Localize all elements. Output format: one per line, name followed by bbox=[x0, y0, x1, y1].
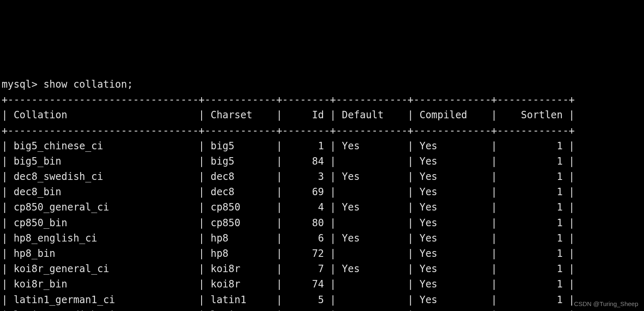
table-body: | big5_chinese_ci | big5 | 1 | Yes | Yes… bbox=[2, 140, 575, 311]
table-header-row: | Collation | Charset | Id | Default | C… bbox=[2, 109, 575, 121]
mysql-prompt: mysql> bbox=[2, 79, 38, 90]
sql-command: show collation; bbox=[43, 79, 133, 90]
watermark-text: CSDN @Turing_Sheep bbox=[574, 299, 638, 309]
terminal-output: mysql> show collation; +----------------… bbox=[0, 62, 644, 311]
table-border-mid: +--------------------------------+------… bbox=[2, 125, 575, 136]
prompt-line: mysql> show collation; bbox=[2, 79, 133, 90]
table-border-top: +--------------------------------+------… bbox=[2, 94, 575, 105]
